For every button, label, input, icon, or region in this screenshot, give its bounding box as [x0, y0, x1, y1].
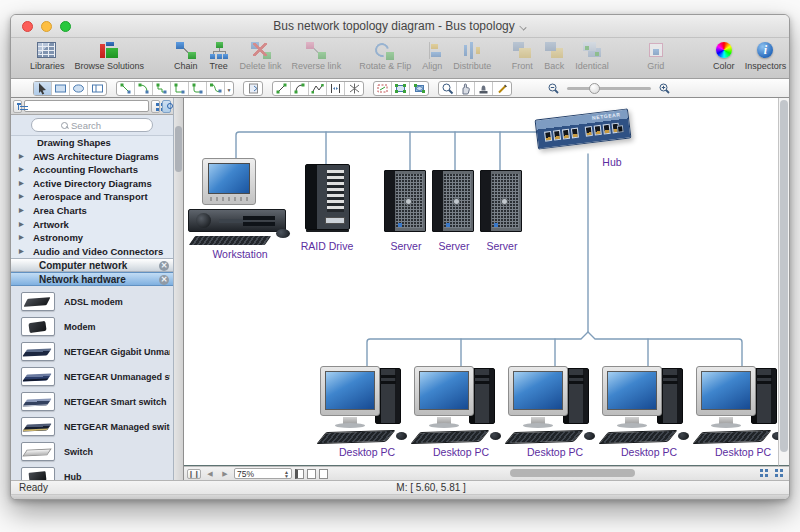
toolbar-button[interactable]: Front	[506, 41, 538, 71]
page-thumbnail[interactable]	[295, 469, 304, 479]
toolbar-button[interactable]: Rotate & Flip	[354, 41, 416, 71]
hardware-list-item[interactable]: NETGEAR Managed switch	[11, 414, 173, 439]
close-section-icon[interactable]: ✕	[159, 275, 169, 285]
title-chevron-icon[interactable]	[520, 22, 527, 29]
library-list-item[interactable]: Astronomy	[11, 231, 173, 245]
library-list-item[interactable]: AWS Architecture Diagrams	[11, 150, 173, 164]
canvas-vertical-scrollbar[interactable]	[778, 98, 789, 466]
smart-connector-tool[interactable]	[153, 82, 171, 95]
server-shape[interactable]: Server	[478, 170, 526, 254]
zoom-out-icon[interactable]	[547, 82, 560, 95]
page-thumbnail[interactable]	[307, 469, 316, 479]
library-filter-field[interactable]	[24, 100, 149, 112]
zoom-level-field[interactable]: 75% ▲▼	[234, 468, 292, 479]
zoom-slider-track[interactable]	[567, 87, 651, 90]
sidebar-scrollbar-thumb[interactable]	[175, 126, 182, 172]
pointer-tool[interactable]	[34, 82, 52, 95]
titlebar[interactable]: Bus network topology diagram - Bus topol…	[11, 15, 789, 38]
vertical-scrollbar-thumb[interactable]	[780, 100, 788, 452]
server-shape[interactable]: Server	[430, 170, 478, 254]
hardware-list-item[interactable]: NETGEAR Smart switch	[11, 389, 173, 414]
library-list-item[interactable]: Artwork	[11, 218, 173, 232]
hardware-list-item[interactable]: ADSL modem	[11, 289, 173, 314]
toolbar-button[interactable]: Tree	[203, 41, 235, 71]
zoom-tool[interactable]	[439, 82, 457, 95]
library-list-item[interactable]: Area Charts	[11, 204, 173, 218]
library-list-item[interactable]: Audio and Video Connectors	[11, 245, 173, 259]
desktop-pc-shape[interactable]: Desktop PC	[508, 362, 602, 458]
page-options-icon[interactable]	[759, 468, 771, 479]
toolbar-button[interactable]: Back	[538, 41, 570, 71]
frame-tool[interactable]	[88, 82, 106, 95]
round-connector-tool[interactable]	[189, 82, 207, 95]
library-list-item[interactable]: Accounting Flowcharts	[11, 163, 173, 177]
zoom-in-icon[interactable]	[658, 82, 671, 95]
library-list-item[interactable]: Aerospace and Transport	[11, 190, 173, 204]
search-input[interactable]	[71, 120, 123, 131]
page-pause-button[interactable]: ❙❙	[187, 469, 201, 479]
section-network-hardware[interactable]: Network hardware ✕	[11, 272, 173, 286]
hardware-list-item[interactable]: Modem	[11, 314, 173, 339]
apps-grid-icon[interactable]	[151, 100, 160, 113]
previous-page-icon[interactable]: ◀	[204, 469, 216, 479]
midpoint-tool[interactable]	[327, 82, 345, 95]
group-edit-tool[interactable]	[410, 82, 428, 95]
toolbar-button[interactable]: Delete link	[235, 41, 287, 71]
search-pill[interactable]	[31, 118, 153, 132]
format-painter-tool[interactable]	[493, 82, 511, 95]
edit-vertices-tool[interactable]	[392, 82, 410, 95]
page-thumbnail[interactable]	[319, 469, 328, 479]
curve-connector-tool[interactable]	[207, 82, 225, 95]
elbow-connector-tool[interactable]	[171, 82, 189, 95]
toolbar-button[interactable]: Browse Solutions	[70, 41, 150, 71]
rectangle-tool[interactable]	[52, 82, 70, 95]
toolbar-button[interactable]: Color	[708, 41, 740, 71]
toolbar-button[interactable]: Align	[416, 41, 448, 71]
desktop-pc-shape[interactable]: Desktop PC	[696, 362, 778, 458]
toolbar-button[interactable]: Grid	[640, 41, 672, 71]
tree-view-icon[interactable]	[13, 100, 22, 113]
transform-tool[interactable]	[374, 82, 392, 95]
next-page-icon[interactable]: ▶	[219, 469, 231, 479]
toolbar-button[interactable]: Inspectors	[740, 41, 790, 71]
page-layout-icon[interactable]	[774, 468, 786, 479]
polyline-tool[interactable]	[309, 82, 327, 95]
toolbar-button[interactable]: Reverse link	[287, 41, 347, 71]
desktop-pc-shape[interactable]: Desktop PC	[320, 362, 414, 458]
desktop-pc-shape[interactable]: Desktop PC	[602, 362, 696, 458]
arc-connector-tool[interactable]	[135, 82, 153, 95]
hardware-list-item[interactable]: Switch	[11, 439, 173, 464]
hub-shape[interactable]: NETGEAR	[534, 110, 634, 156]
toolbar-button[interactable]: Chain	[169, 41, 203, 71]
library-list-item[interactable]: Active Directory Diagrams	[11, 177, 173, 191]
close-section-icon[interactable]: ✕	[159, 261, 169, 271]
workstation-shape[interactable]: Workstation	[188, 156, 292, 260]
hardware-list-item[interactable]: NETGEAR Unmanaged switch	[11, 364, 173, 389]
arc-tool[interactable]	[291, 82, 309, 95]
toolbar-button[interactable]: Libraries	[25, 41, 70, 71]
search-icon[interactable]	[162, 100, 171, 113]
connector-dropdown-icon[interactable]: ▼	[225, 82, 233, 95]
hardware-list-item[interactable]: NETGEAR Gigabit Unmana...	[11, 339, 173, 364]
sidebar-scrollbar[interactable]	[174, 98, 184, 480]
pan-tool[interactable]	[457, 82, 475, 95]
desktop-pc-shape[interactable]: Desktop PC	[414, 362, 508, 458]
divide-tool[interactable]	[345, 82, 363, 95]
library-list-item[interactable]: Drawing Shapes	[11, 136, 173, 150]
zoom-stepper-icon[interactable]: ▲▼	[284, 470, 289, 478]
direct-connector-tool[interactable]	[117, 82, 135, 95]
line-tool[interactable]	[273, 82, 291, 95]
zoom-slider-thumb[interactable]	[589, 83, 600, 94]
hardware-list-item[interactable]: Hub	[11, 464, 173, 480]
section-computer-network[interactable]: Computer network ✕	[11, 258, 173, 272]
toolbar-button[interactable]: Distribute	[448, 41, 496, 71]
server-shape[interactable]: Server	[382, 170, 430, 254]
toolbar-button[interactable]: Identical	[570, 41, 614, 71]
stamp-tool[interactable]	[475, 82, 493, 95]
canvas-horizontal-scrollbar[interactable]	[335, 468, 752, 479]
diagram-canvas[interactable]: Workstation RAID Drive Server	[184, 98, 778, 466]
horizontal-scrollbar-thumb[interactable]	[510, 469, 635, 477]
shape-tool[interactable]	[244, 82, 262, 95]
ellipse-tool[interactable]	[70, 82, 88, 95]
raid-drive-shape[interactable]: RAID Drive	[298, 164, 356, 256]
